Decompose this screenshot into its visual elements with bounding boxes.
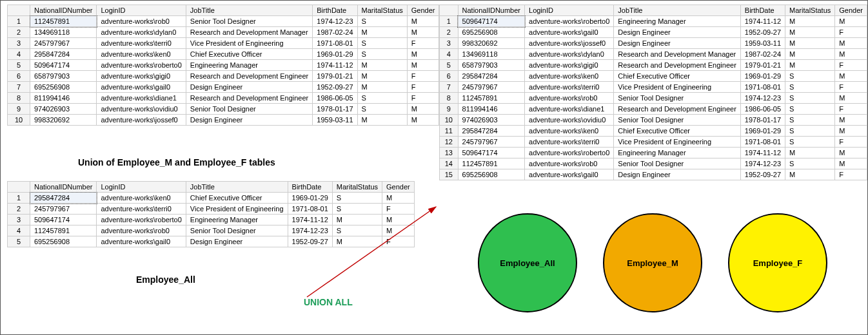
table-cell: adventure-works\roberto0 [525, 148, 614, 158]
table-cell: 998320692 [458, 38, 524, 49]
table-cell: Vice President of Engineering [186, 38, 312, 49]
table-cell: S [785, 126, 835, 137]
table-cell: adventure-works\terri0 [97, 204, 186, 215]
table-cell: adventure-works\rob0 [525, 158, 614, 169]
table-cell: F [382, 204, 415, 215]
table-cell: Chief Executive Officer [186, 193, 288, 204]
table-cell: 1969-01-29 [313, 49, 357, 60]
table-cell: 695256908 [458, 27, 524, 38]
table-cell: S [332, 193, 382, 204]
column-header: LoginID [525, 5, 614, 16]
table-row: 1295847284adventure-works\ken0Chief Exec… [8, 193, 415, 204]
table-cell: 1979-01-21 [313, 71, 357, 82]
table-cell: F [835, 137, 867, 148]
table-cell: S [785, 115, 835, 126]
row-index: 3 [440, 38, 459, 49]
table-cell: M [357, 82, 407, 93]
table-row: 12245797967adventure-works\terri0Vice Pr… [440, 137, 867, 148]
table-cell: M [357, 60, 407, 71]
table-cell: 1969-01-29 [288, 193, 332, 204]
union-all-label: UNION ALL [304, 297, 353, 307]
table-cell: 295847284 [30, 49, 97, 60]
table-cell: 1978-01-17 [740, 115, 785, 126]
table-cell: 295847284 [458, 126, 524, 137]
table-row: 1112457891adventure-works\rob0Senior Too… [8, 16, 439, 27]
table-cell: S [785, 158, 835, 169]
table-cell: F [835, 104, 867, 115]
table-cell: 134969118 [458, 49, 524, 60]
column-header: JobTitle [614, 5, 740, 16]
table-cell: adventure-works\gail0 [525, 169, 614, 180]
table-row: 5658797903adventure-works\gigi0Research … [440, 60, 867, 71]
table-cell: M [407, 27, 439, 38]
row-index: 15 [440, 169, 459, 180]
row-index: 6 [8, 71, 30, 82]
table-cell: S [357, 38, 407, 49]
table-cell: S [357, 16, 407, 27]
table-row: 6658797903adventure-works\gigi0Research … [8, 71, 439, 82]
table-cell: adventure-works\gigi0 [525, 60, 614, 71]
table-row: 8112457891adventure-works\rob0Senior Too… [440, 93, 867, 104]
table-cell: 1986-06-05 [313, 93, 357, 104]
column-header: Gender [835, 5, 867, 16]
table-cell: 509647174 [30, 215, 97, 225]
table-cell: 295847284 [458, 71, 524, 82]
table-cell: M [407, 16, 439, 27]
table-cell: M [357, 27, 407, 38]
column-header: NationalIDNumber [458, 5, 524, 16]
table-cell: 695256908 [458, 169, 524, 180]
table-cell: adventure-works\diane1 [525, 104, 614, 115]
table-cell: adventure-works\rob0 [525, 93, 614, 104]
table-row: 4295847284adventure-works\ken0Chief Exec… [8, 49, 439, 60]
table-cell: M [357, 71, 407, 82]
table-cell: Vice President of Engineering [614, 82, 740, 93]
table-cell: M [357, 115, 407, 126]
column-header: BirthDate [740, 5, 785, 16]
table-row: 2245797967adventure-works\terri0Vice Pre… [8, 204, 415, 215]
table-cell: 245797967 [458, 82, 524, 93]
table-cell: Senior Tool Designer [186, 16, 312, 27]
table-cell: adventure-works\rob0 [97, 16, 186, 27]
table-cell: M [382, 193, 415, 204]
table-cell: S [785, 82, 835, 93]
table-cell: adventure-works\roberto0 [97, 215, 186, 225]
table-row: 6295847284adventure-works\ken0Chief Exec… [440, 71, 867, 82]
table-cell: F [407, 71, 439, 82]
table-row: 13509647174adventure-works\roberto0Engin… [440, 148, 867, 158]
column-header: LoginID [97, 182, 186, 193]
table-cell: F [382, 236, 415, 247]
table-cell: 1987-02-24 [740, 49, 785, 60]
table-cell: Engineering Manager [614, 16, 740, 27]
table-cell: 1971-08-01 [313, 38, 357, 49]
table-cell: 1974-11-12 [740, 16, 785, 27]
table-cell: Design Engineer [614, 27, 740, 38]
table-cell: 658797903 [30, 71, 97, 82]
venn-circle: Employee_M [603, 213, 702, 312]
row-index: 14 [440, 158, 459, 169]
table-row: 4134969118adventure-works\dylan0Research… [440, 49, 867, 60]
table-cell: 1974-12-23 [313, 16, 357, 27]
table-cell: 112457891 [30, 225, 97, 236]
table-cell: adventure-works\terri0 [97, 38, 186, 49]
table-cell: 1974-12-23 [740, 93, 785, 104]
table-cell: S [332, 225, 382, 236]
row-index: 4 [8, 49, 30, 60]
table-row: 5695256908adventure-works\gail0Design En… [8, 236, 415, 247]
table-cell: M [785, 148, 835, 158]
table-cell: S [357, 49, 407, 60]
table-cell: M [785, 16, 835, 27]
table-cell: Research and Development Manager [186, 27, 312, 38]
row-index: 13 [440, 148, 459, 158]
table-cell: M [407, 104, 439, 115]
table-cell: F [835, 27, 867, 38]
row-index: 4 [440, 49, 459, 60]
table-cell: 295847284 [30, 193, 97, 204]
table-cell: S [785, 93, 835, 104]
table-cell: Design Engineer [614, 38, 740, 49]
table-cell: M [785, 60, 835, 71]
row-index: 7 [8, 82, 30, 93]
table-cell: 509647174 [458, 148, 524, 158]
table-cell: adventure-works\jossef0 [525, 38, 614, 49]
row-index: 5 [8, 60, 30, 71]
union-table-caption: Union of Employee_M and Employee_F table… [78, 157, 275, 168]
